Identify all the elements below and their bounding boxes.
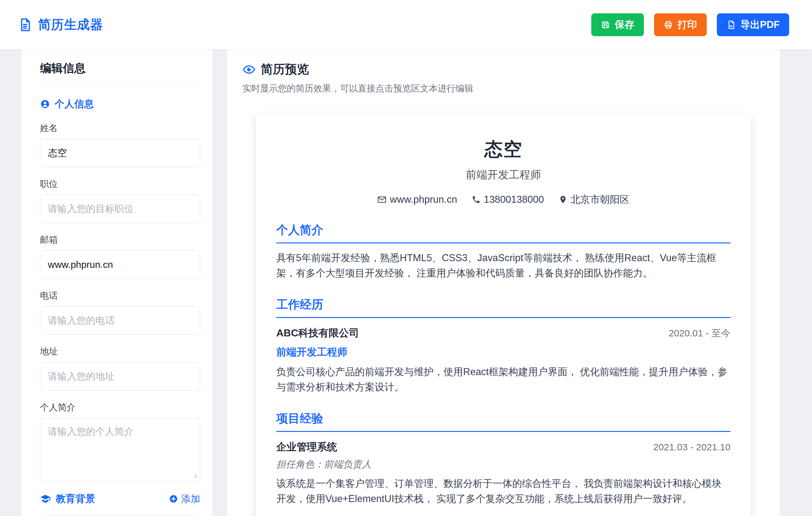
resume-builder-app: 简历生成器 保存 打印 导出PDF [0,0,812,516]
resume-summary-section: 个人简介 具有5年前端开发经验，熟悉HTML5、CSS3、JavaScript等… [276,222,730,281]
email-label: 邮箱 [40,234,200,246]
work-description[interactable]: 负责公司核心产品的前端开发与维护，使用React框架构建用户界面， 优化前端性能… [276,364,730,395]
resume-summary-heading[interactable]: 个人简介 [276,222,730,243]
preview-header: 简历预览 [242,61,764,77]
education-section-title: 教育背景 [56,492,95,506]
contact-address-text[interactable]: 北京市朝阳区 [571,193,630,206]
work-period[interactable]: 2020.01 - 至今 [669,327,730,340]
print-button[interactable]: 打印 [654,13,707,36]
name-field-group: 姓名 [40,122,200,167]
printer-icon [664,20,673,29]
contact-address[interactable]: 北京市朝阳区 [558,193,630,206]
eye-icon [242,63,256,76]
project-period[interactable]: 2021.03 - 2021.10 [653,442,730,453]
edit-panel: 编辑信息 个人信息 姓名 职位 邮箱 [22,49,212,516]
position-label: 职位 [40,178,200,190]
email-input[interactable] [40,250,200,279]
email-field-group: 邮箱 [40,234,200,279]
phone-field-group: 电话 [40,290,200,335]
resume-projects-section: 项目经验 企业管理系统 2021.03 - 2021.10 担任角色：前端负责人… [276,411,730,507]
add-education-button[interactable]: 添加 [169,492,200,506]
plus-circle-icon [169,494,178,503]
save-button-label: 保存 [615,18,634,31]
name-input[interactable] [40,139,200,167]
work-item: ABC科技有限公司 2020.01 - 至今 前端开发工程师 负责公司核心产品的… [276,326,730,395]
summary-field-group: 个人简介 [40,402,200,482]
app-header: 简历生成器 保存 打印 导出PDF [0,0,812,49]
graduation-cap-icon [40,493,51,504]
brand: 简历生成器 [18,16,103,33]
project-description[interactable]: 该系统是一个集客户管理、订单管理、数据分析于一体的综合性平台， 我负责前端架构设… [276,476,730,507]
export-pdf-button[interactable]: 导出PDF [717,13,789,36]
resume-contact-row: www.phprun.cn 13800138000 北京市朝阳区 [276,193,730,206]
project-role-line[interactable]: 担任角色：前端负责人 [276,458,730,471]
work-role[interactable]: 前端开发工程师 [276,345,730,359]
location-pin-icon [558,195,568,204]
resume-name[interactable]: 态空 [276,137,730,162]
address-input[interactable] [40,362,200,391]
resume-work-heading[interactable]: 工作经历 [276,297,730,318]
header-actions: 保存 打印 导出PDF [581,13,789,36]
preview-subtitle: 实时显示您的简历效果，可以直接点击预览区文本进行编辑 [242,82,764,94]
summary-textarea[interactable] [40,418,200,482]
resume-summary-text[interactable]: 具有5年前端开发经验，熟悉HTML5、CSS3、JavaScript等前端技术，… [276,250,730,281]
summary-label: 个人简介 [40,402,200,413]
personal-info-title: 个人信息 [55,98,94,111]
project-name[interactable]: 企业管理系统 [276,440,337,454]
save-button[interactable]: 保存 [591,13,644,36]
user-circle-icon [40,99,50,109]
name-label: 姓名 [40,122,200,134]
contact-email-text[interactable]: www.phprun.cn [390,194,457,205]
resume-projects-heading[interactable]: 项目经验 [276,411,730,432]
document-logo-icon [18,18,32,32]
export-pdf-button-label: 导出PDF [740,18,780,31]
phone-icon [472,195,481,204]
contact-phone-text[interactable]: 13800138000 [484,194,544,205]
education-section-header: 教育背景 添加 [40,492,200,506]
position-input[interactable] [40,194,200,223]
content-area: 编辑信息 个人信息 姓名 职位 邮箱 [0,49,812,516]
personal-info-section-header: 个人信息 [40,98,200,111]
resume-work-section: 工作经历 ABC科技有限公司 2020.01 - 至今 前端开发工程师 负责公司… [276,297,730,395]
contact-phone[interactable]: 13800138000 [472,193,544,206]
preview-panel: 简历预览 实时显示您的简历效果，可以直接点击预览区文本进行编辑 态空 前端开发工… [227,49,780,516]
print-button-label: 打印 [677,18,697,31]
edit-panel-title: 编辑信息 [40,61,200,85]
phone-input[interactable] [40,306,200,335]
position-field-group: 职位 [40,178,200,223]
add-education-label: 添加 [181,492,200,506]
resume-paper: 态空 前端开发工程师 www.phprun.cn 13800138000 [256,115,751,516]
pdf-file-icon [726,20,736,29]
education-section-title-group: 教育背景 [40,492,95,506]
work-company[interactable]: ABC科技有限公司 [276,326,359,340]
address-field-group: 地址 [40,346,200,391]
app-title: 简历生成器 [38,16,103,33]
phone-label: 电话 [40,290,200,302]
resume-job-title[interactable]: 前端开发工程师 [276,168,730,182]
preview-title: 简历预览 [261,61,309,77]
envelope-icon [377,195,387,205]
project-item: 企业管理系统 2021.03 - 2021.10 担任角色：前端负责人 该系统是… [276,440,730,507]
address-label: 地址 [40,346,200,358]
contact-email[interactable]: www.phprun.cn [377,193,457,206]
save-icon [601,20,610,29]
